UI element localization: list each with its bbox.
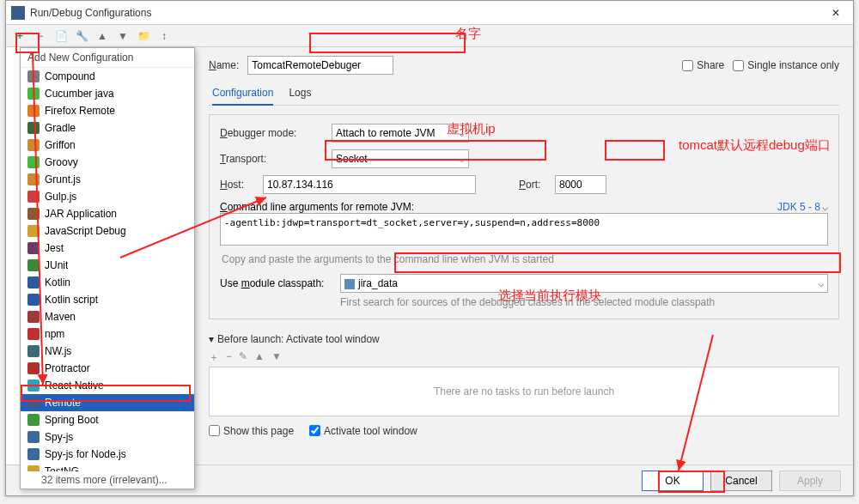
host-input[interactable]: [263, 175, 476, 194]
config-type-item[interactable]: JavaScript Debug: [21, 222, 194, 240]
transport-select[interactable]: Socket⌵: [332, 149, 469, 168]
config-type-item[interactable]: TestNG: [21, 463, 194, 471]
config-type-label: JavaScript Debug: [45, 225, 126, 237]
config-type-item[interactable]: npm: [21, 325, 194, 343]
host-label: Host:: [220, 179, 254, 191]
config-type-icon: [27, 294, 40, 306]
config-type-icon: [27, 345, 40, 357]
left-panel: Add New Configuration CompoundCucumber j…: [6, 47, 195, 465]
module-hint: First search for sources of the debugged…: [340, 296, 828, 310]
down-icon[interactable]: ▼: [116, 29, 130, 43]
bl-remove-icon: −: [226, 350, 232, 365]
config-type-icon: [27, 242, 40, 254]
port-label: Port:: [519, 179, 546, 191]
config-type-icon: [27, 362, 40, 374]
tab-logs[interactable]: Logs: [289, 82, 311, 105]
config-type-icon: [27, 122, 40, 134]
activate-tool-window-checkbox[interactable]: Activate tool window: [309, 425, 417, 437]
copy-config-icon[interactable]: 📄: [54, 29, 68, 43]
jdk-version-link[interactable]: JDK 5 - 8 ⌵: [777, 201, 828, 213]
config-type-icon: [27, 311, 40, 323]
before-launch-header[interactable]: ▾ Before launch: Activate tool window: [209, 333, 839, 345]
config-type-label: Firefox Remote: [45, 105, 115, 117]
config-type-label: npm: [45, 328, 64, 340]
config-type-item[interactable]: Spy-js: [21, 428, 194, 446]
config-type-label: JAR Application: [45, 208, 117, 220]
config-type-label: Kotlin script: [45, 294, 98, 306]
config-type-item[interactable]: Firefox Remote: [21, 102, 194, 119]
config-type-item[interactable]: Grunt.js: [21, 171, 194, 188]
sort-icon[interactable]: ↕: [157, 29, 171, 43]
remove-config-icon[interactable]: −: [34, 29, 47, 43]
config-type-icon: [27, 259, 40, 271]
config-type-item[interactable]: Groovy: [21, 154, 194, 171]
config-type-icon: [27, 225, 40, 237]
config-type-label: Cucumber java: [45, 88, 114, 100]
single-instance-checkbox[interactable]: Single instance only: [733, 59, 839, 71]
config-type-item[interactable]: Kotlin: [21, 274, 194, 291]
show-this-page-checkbox[interactable]: Show this page: [209, 425, 294, 437]
config-type-icon: [27, 448, 40, 460]
config-type-icon: [27, 191, 40, 203]
config-type-list[interactable]: CompoundCucumber javaFirefox RemoteGradl…: [21, 68, 194, 471]
bl-add-icon[interactable]: ＋: [209, 350, 219, 365]
config-type-icon: [27, 414, 40, 426]
config-type-item[interactable]: Cucumber java: [21, 85, 194, 102]
add-config-icon[interactable]: ＋: [13, 29, 27, 43]
config-type-item[interactable]: Gulp.js: [21, 188, 194, 205]
config-type-icon: [27, 139, 40, 151]
config-type-item[interactable]: Compound: [21, 68, 194, 85]
config-type-icon: [27, 431, 40, 443]
run-debug-dialog: Run/Debug Configurations ✕ ＋ − 📄 🔧 ▲ ▼ 📁…: [5, 0, 854, 496]
config-type-label: Spy-js for Node.js: [45, 448, 126, 460]
config-type-label: Grunt.js: [45, 173, 81, 185]
config-type-item[interactable]: Kotlin script: [21, 291, 194, 308]
bl-edit-icon: ✎: [239, 350, 247, 365]
ok-button[interactable]: OK: [642, 471, 704, 491]
config-type-label: JUnit: [45, 259, 68, 271]
transport-label: Transport:: [220, 153, 323, 165]
config-type-icon: [27, 70, 40, 82]
config-type-item[interactable]: React Native: [21, 377, 194, 394]
share-checkbox[interactable]: Share: [682, 59, 724, 71]
config-type-icon: [27, 105, 40, 117]
config-type-label: Griffon: [45, 139, 76, 151]
config-type-icon: [27, 173, 40, 185]
config-type-label: Gulp.js: [45, 191, 76, 203]
config-type-item[interactable]: Spring Boot: [21, 411, 194, 428]
config-type-label: Spy-js: [45, 431, 73, 443]
cancel-button[interactable]: Cancel: [710, 471, 772, 491]
more-items[interactable]: 32 items more (irrelevant)...: [21, 471, 194, 489]
debugger-mode-select[interactable]: Attach to remote JVM⌵: [332, 124, 469, 143]
config-type-icon: [27, 156, 40, 168]
config-type-icon: [27, 208, 40, 220]
folder-icon[interactable]: 📁: [137, 29, 150, 43]
config-type-label: NW.js: [45, 345, 71, 357]
config-type-label: Kotlin: [45, 276, 70, 288]
module-classpath-select[interactable]: jira_data ⌵: [340, 274, 828, 293]
cmdline-label: Command line arguments for remote JVM:: [220, 201, 414, 213]
tab-configuration[interactable]: Configuration: [212, 82, 273, 106]
config-type-label: Protractor: [45, 362, 90, 374]
wrench-icon[interactable]: 🔧: [75, 29, 88, 43]
up-icon[interactable]: ▲: [95, 29, 109, 43]
config-type-item[interactable]: Jest: [21, 240, 194, 257]
window-title: Run/Debug Configurations: [30, 7, 824, 19]
config-type-item[interactable]: Griffon: [21, 137, 194, 154]
config-type-item[interactable]: Remote: [21, 394, 194, 411]
config-type-item[interactable]: Protractor: [21, 360, 194, 377]
config-type-label: TestNG: [45, 465, 79, 471]
config-type-item[interactable]: Spy-js for Node.js: [21, 446, 194, 463]
close-icon[interactable]: ✕: [824, 7, 848, 19]
config-type-item[interactable]: Maven: [21, 308, 194, 325]
name-input[interactable]: [247, 56, 393, 75]
config-type-item[interactable]: JAR Application: [21, 205, 194, 222]
config-type-item[interactable]: Gradle: [21, 119, 194, 137]
collapse-icon[interactable]: ▾: [209, 333, 214, 345]
debugger-mode-label: Debugger mode:: [220, 127, 323, 139]
config-type-label: Spring Boot: [45, 414, 99, 426]
port-input[interactable]: [555, 175, 606, 194]
cmdline-textarea[interactable]: -agentlib:jdwp=transport=dt_socket,serve…: [220, 213, 828, 246]
config-type-item[interactable]: NW.js: [21, 343, 194, 360]
config-type-item[interactable]: JUnit: [21, 257, 194, 274]
